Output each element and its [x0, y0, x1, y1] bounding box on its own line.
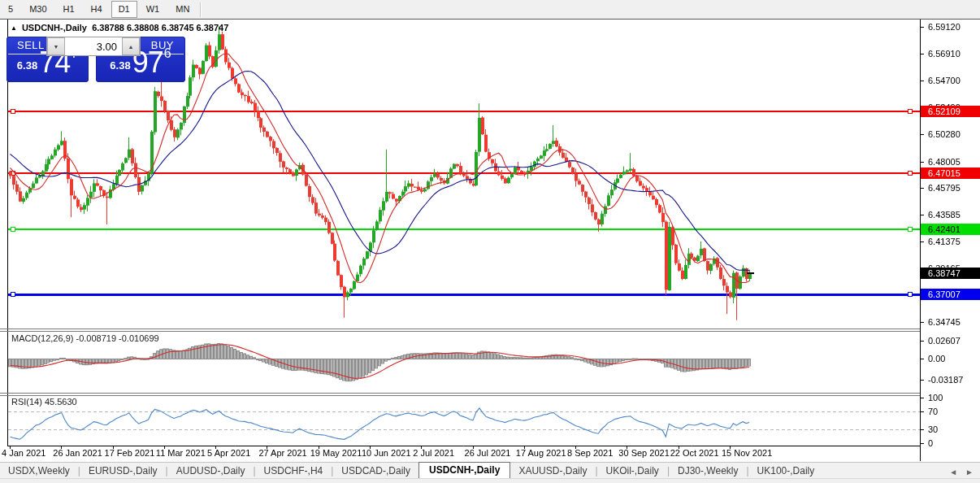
price-axis-tick: 6.45795	[928, 183, 978, 193]
price-axis-tick: 6.54700	[928, 76, 978, 85]
chart-tab-dj30-[interactable]: DJ30-,Weekly	[670, 463, 746, 479]
period-button-mn[interactable]: MN	[168, 1, 197, 18]
rsi-axis-tick: 70	[928, 407, 978, 416]
date-label: 15 Nov 2021	[722, 448, 772, 458]
tab-scroll-right-icon[interactable]: ►	[965, 468, 973, 476]
period-button-h1[interactable]: H1	[56, 1, 82, 18]
macd-axis-tick: 0.02607	[928, 336, 978, 346]
volume-decrease-button[interactable]: ▼	[47, 37, 65, 55]
hline-price-tag: 6.42401	[921, 224, 980, 235]
volume-increase-button[interactable]: ▲	[122, 37, 140, 55]
current-price-tag: 6.38747	[921, 268, 980, 279]
date-label: 26 Jul 2021	[465, 448, 511, 458]
date-label: 5 Apr 2021	[207, 448, 250, 458]
price-axis-tick: 6.50280	[928, 129, 978, 139]
date-label: 19 May 2021	[310, 448, 362, 458]
chart-tab-usdx[interactable]: USDX,Weekly	[0, 463, 78, 479]
hline-price-tag: 6.37007	[921, 289, 980, 300]
date-label: 30 Sep 2021	[618, 448, 669, 458]
chart-canvas[interactable]	[0, 20, 980, 462]
period-toolbar: 5M30H1H4D1W1MN	[0, 0, 980, 20]
period-button-m30[interactable]: M30	[22, 1, 54, 18]
chart-title: ▲USDCNH-,Daily 6.38788 6.38808 6.38745 6…	[11, 23, 228, 33]
chart-tab-ukoil-[interactable]: UKOil-,Daily	[598, 463, 667, 479]
hline-price-tag: 6.47015	[921, 168, 980, 179]
rsi-axis-tick: 30	[928, 424, 978, 434]
chart-tab-eurusd-[interactable]: EURUSD-,Daily	[80, 463, 166, 479]
hline-price-tag: 6.52109	[921, 106, 980, 117]
date-axis: 4 Jan 202126 Jan 202117 Feb 202111 Mar 2…	[0, 448, 980, 462]
date-label: 8 Sep 2021	[567, 448, 613, 458]
chart-tab-usdcad-[interactable]: USDCAD-,Daily	[333, 463, 418, 479]
date-label: 2 Jul 2021	[413, 448, 454, 458]
period-button-h4[interactable]: H4	[84, 1, 110, 18]
date-label: 17 Aug 2021	[516, 448, 566, 458]
chart-tab-xauusd-[interactable]: XAUUSD-,Daily	[510, 463, 595, 479]
chart-tab-usdchf-[interactable]: USDCHF-,H4	[256, 463, 332, 479]
chart-symbol-label: USDCNH-,Daily	[22, 23, 87, 33]
price-axis-tick: 6.48005	[928, 157, 978, 167]
date-label: 10 Jun 2021	[362, 448, 411, 458]
price-axis-tick: 6.34745	[928, 317, 978, 327]
price-axis-tick: 6.41375	[928, 237, 978, 246]
chart-tab-uk100-[interactable]: UK100-,Daily	[749, 463, 823, 479]
volume-spinner: ▼ ▲	[46, 37, 141, 56]
date-label: 22 Oct 2021	[670, 448, 719, 458]
date-label: 26 Jan 2021	[53, 448, 102, 458]
volume-input[interactable]	[65, 37, 122, 55]
price-axis-tick: 6.43585	[928, 210, 978, 220]
rsi-axis-tick: 100	[928, 393, 978, 402]
chart-tab-audusd-[interactable]: AUDUSD-,Daily	[168, 463, 254, 479]
price-axis-tick: 6.59120	[928, 22, 978, 32]
macd-indicator-label: MACD(12,26,9) -0.008719 -0.010699	[11, 333, 159, 343]
chart-tab-usdcnh-[interactable]: USDCNH-,Daily	[418, 462, 510, 479]
macd-axis-tick: 0.00	[928, 354, 978, 363]
collapse-triangle-icon[interactable]: ▲	[11, 24, 17, 32]
macd-axis-tick: -0.03187	[928, 375, 978, 385]
chart-tab-bar: USDX,Weekly|EURUSD-,Daily|AUDUSD-,Daily|…	[0, 462, 980, 479]
status-strip	[0, 478, 980, 483]
toolbar-divider	[200, 2, 202, 17]
date-label: 11 Mar 2021	[156, 448, 206, 458]
tab-scroll-left-icon[interactable]: ◄	[949, 468, 957, 476]
chart-ohlc-values: 6.38788 6.38808 6.38745 6.38747	[92, 23, 228, 33]
price-axis-tick: 6.56910	[928, 49, 978, 59]
rsi-axis-tick: 0	[928, 438, 978, 448]
rsi-indicator-label: RSI(14) 45.5630	[11, 397, 77, 407]
date-label: 4 Jan 2021	[2, 448, 46, 458]
period-button-5[interactable]: 5	[1, 1, 20, 18]
date-label: 17 Feb 2021	[105, 448, 155, 458]
period-button-d1[interactable]: D1	[111, 1, 137, 18]
period-button-w1[interactable]: W1	[139, 1, 167, 18]
date-label: 27 Apr 2021	[258, 448, 306, 458]
one-click-trade-panel: SELL 6.38747 BUY 6.38976 ▼ ▲	[7, 37, 185, 82]
chart-window: ▲USDCNH-,Daily 6.38788 6.38808 6.38745 6…	[0, 20, 980, 462]
